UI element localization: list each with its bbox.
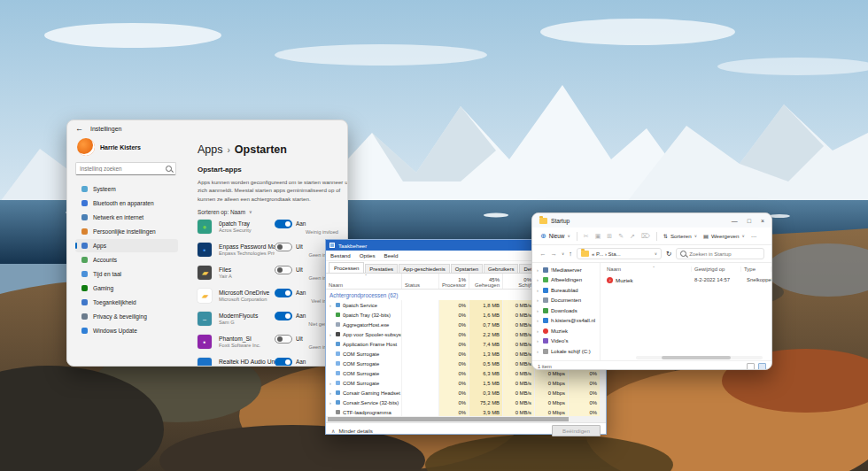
expand-chevron-icon[interactable]: ›	[329, 390, 333, 396]
sidebar-item[interactable]: Privacy & beveiliging	[75, 310, 178, 323]
rename-icon[interactable]: ✎	[618, 233, 624, 240]
view-button[interactable]: ▤ Weergeven ∨	[703, 233, 745, 239]
process-row[interactable]: › COM Surrogate 0% 1,5 MB 0 MB/s 0 Mbps …	[326, 378, 600, 388]
startup-toggle[interactable]	[275, 220, 292, 228]
settings-search[interactable]	[75, 162, 176, 175]
expand-chevron-icon[interactable]: ›	[537, 328, 540, 334]
expand-chevron-icon[interactable]: ›	[329, 400, 333, 405]
sidebar-item[interactable]: Windows Update	[75, 324, 178, 337]
tm-tab[interactable]: Opstarten	[451, 264, 483, 273]
account-row[interactable]: Harrie Kisters	[77, 138, 180, 156]
startup-toggle[interactable]	[275, 358, 292, 366]
forward-icon[interactable]: →	[551, 250, 558, 258]
maximize-button[interactable]: □	[748, 218, 751, 224]
copy-icon[interactable]: ▣	[595, 233, 601, 240]
sidebar-item[interactable]: Accounts	[75, 253, 178, 266]
delete-icon[interactable]: ⌦	[641, 233, 650, 240]
back-icon[interactable]: ←	[539, 250, 546, 258]
tm-tab[interactable]: Prestaties	[365, 264, 398, 273]
address-bar[interactable]: « P... › Sta... ∨	[577, 248, 662, 259]
sidebar-item[interactable]: Tijd en taal	[75, 267, 178, 281]
menu-item[interactable]: Beeld	[384, 252, 399, 259]
startup-toggle[interactable]	[275, 289, 292, 297]
startup-toggle[interactable]	[275, 266, 292, 274]
explorer-sidebar-item[interactable]: › Downloads	[532, 305, 600, 316]
sidebar-item[interactable]: Toegankelijkheid	[75, 296, 178, 309]
tm-tab[interactable]: Processen	[329, 262, 364, 273]
expand-chevron-icon[interactable]: ›	[537, 288, 540, 293]
sidebar-item[interactable]: Persoonlijke instellingen	[75, 225, 178, 238]
back-icon[interactable]: ←	[75, 124, 83, 133]
column-header-cpu[interactable]: 1% Processor	[438, 274, 469, 289]
new-button[interactable]: ⊕ Nieuw ∨	[540, 232, 570, 240]
startup-toggle[interactable]	[275, 335, 292, 344]
details-view-icon[interactable]	[758, 363, 766, 370]
tm-horizontal-scrollbar[interactable]	[326, 416, 606, 422]
explorer-sidebar-item[interactable]: › h.kisters@xs4all.nl	[532, 316, 600, 327]
breadcrumb-apps[interactable]: Apps	[198, 143, 223, 156]
expand-chevron-icon[interactable]: ›	[537, 349, 540, 354]
close-button[interactable]: ×	[761, 218, 764, 224]
expand-chevron-icon[interactable]: ›	[537, 297, 540, 303]
end-task-button[interactable]: Beëindigen	[552, 425, 601, 436]
expand-chevron-icon[interactable]: ›	[537, 308, 540, 313]
column-header-memory[interactable]: 45% Geheugen	[469, 274, 502, 289]
process-row[interactable]: › Corsair Gaming Headset Drivers 0% 0,3 …	[326, 388, 600, 398]
explorer-sidebar-item[interactable]: › Muziek	[532, 326, 600, 336]
menu-item[interactable]: Bestand	[330, 252, 351, 259]
column-header-status[interactable]: Status	[401, 274, 438, 289]
startup-toggle[interactable]	[275, 312, 292, 320]
minimize-button[interactable]: —	[732, 218, 738, 224]
file-row[interactable]: ♪ Muziek 8-2-2022 14:57 Snelkoppeling	[607, 274, 771, 285]
explorer-sidebar-item[interactable]: › Afbeeldingen	[532, 275, 600, 286]
process-row[interactable]: › Corsair.Service (32-bits) 0% 75,2 MB 0…	[326, 398, 600, 407]
paste-icon[interactable]: ⊞	[607, 233, 612, 240]
sidebar-item[interactable]: Gaming	[75, 282, 178, 295]
menu-item[interactable]: Opties	[360, 252, 376, 259]
column-header-disk[interactable]: 0% Schijf	[502, 274, 534, 289]
share-icon[interactable]: ↗	[630, 233, 635, 240]
tm-tab[interactable]: App-geschiedenis	[399, 264, 450, 273]
expand-chevron-icon[interactable]: ›	[329, 381, 333, 386]
list-view-icon[interactable]	[747, 363, 755, 370]
sort-dropdown[interactable]: Sorteren op: Naam ∨	[198, 209, 338, 215]
column-header-name[interactable]: ˆ Naam	[326, 274, 401, 289]
startup-toggle[interactable]	[275, 243, 292, 251]
explorer-horizontal-scrollbar[interactable]	[636, 356, 763, 359]
expand-chevron-icon[interactable]: ›	[537, 318, 540, 323]
cut-icon[interactable]: ✂	[584, 233, 589, 240]
explorer-sidebar-item[interactable]: › Bureaublad	[532, 285, 600, 296]
more-options-button[interactable]: ⋯	[751, 233, 756, 239]
tm-tab[interactable]: Gebruikers	[484, 264, 518, 273]
sidebar-item[interactable]: Systeem	[75, 182, 178, 196]
expand-chevron-icon[interactable]: ›	[537, 338, 540, 344]
expand-chevron-icon[interactable]: ›	[537, 277, 540, 282]
toolbar-divider	[656, 232, 657, 241]
explorer-search[interactable]	[676, 248, 764, 259]
process-row[interactable]: › CTF-laadprogramma 0% 3,9 MB 0 MB/s 0 M…	[326, 407, 600, 416]
explorer-sidebar-item[interactable]: › Lokale schijf (C:)	[532, 346, 600, 357]
expand-chevron-icon[interactable]: ›	[329, 303, 333, 308]
up-icon[interactable]: ↑	[569, 250, 572, 258]
file-name: Muziek	[616, 277, 692, 283]
explorer-search-input[interactable]	[689, 251, 760, 257]
sidebar-item[interactable]: Apps	[75, 239, 178, 252]
column-header-type[interactable]: Type	[741, 266, 771, 272]
nav-icon	[81, 186, 88, 192]
sidebar-item[interactable]: Netwerk en internet	[75, 211, 178, 224]
sort-button[interactable]: ⇅ Sorteren ∨	[663, 233, 697, 239]
refresh-icon[interactable]: ↻	[666, 250, 671, 258]
tm-window-title: Taakbeheer	[338, 243, 367, 249]
history-chevron-icon[interactable]: ∨	[562, 251, 564, 256]
column-header-name[interactable]: ˆ Naam	[607, 266, 692, 272]
fewer-details-button[interactable]: ∧ Minder details	[331, 428, 373, 434]
column-header-date[interactable]: Gewijzigd op	[692, 266, 741, 272]
sidebar-item[interactable]: Bluetooth en apparaten	[75, 197, 178, 210]
sidebar-item-icon	[543, 318, 548, 323]
settings-search-input[interactable]	[80, 166, 166, 172]
explorer-sidebar-item[interactable]: › !Mediaserver	[532, 265, 600, 275]
expand-chevron-icon[interactable]: ›	[329, 332, 333, 337]
expand-chevron-icon[interactable]: ›	[537, 267, 540, 273]
explorer-sidebar-item[interactable]: › Documenten	[532, 296, 600, 306]
explorer-sidebar-item[interactable]: › Video's	[532, 336, 600, 347]
